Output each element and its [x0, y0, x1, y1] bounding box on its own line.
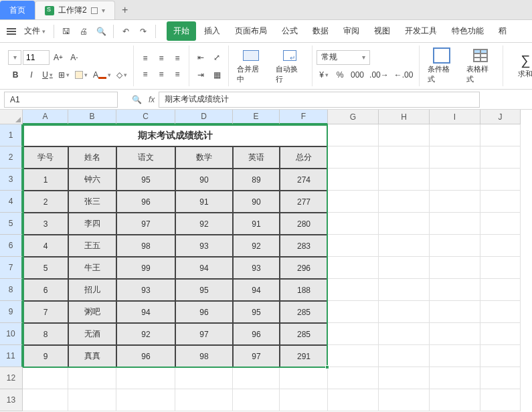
- decrease-indent-icon[interactable]: ⇤: [193, 50, 208, 65]
- add-tab-button[interactable]: +: [115, 1, 135, 19]
- cell[interactable]: [480, 279, 521, 301]
- data-cell[interactable]: 钟六: [68, 169, 116, 191]
- bold-button[interactable]: B: [8, 68, 23, 82]
- data-cell[interactable]: 招儿: [68, 279, 116, 301]
- cell[interactable]: [175, 367, 233, 389]
- border-button[interactable]: ⊞▾: [56, 68, 72, 82]
- data-cell[interactable]: 90: [175, 169, 233, 191]
- row-header[interactable]: 12: [0, 367, 23, 389]
- undo-icon[interactable]: ↶: [118, 23, 134, 39]
- row-header[interactable]: 8: [0, 279, 23, 301]
- column-header[interactable]: B: [68, 110, 116, 124]
- app-menu-icon[interactable]: [4, 25, 19, 37]
- cell[interactable]: [480, 169, 521, 191]
- increase-decimal-icon[interactable]: .00→: [367, 68, 391, 82]
- row-header[interactable]: 1: [0, 124, 23, 146]
- cell[interactable]: [328, 235, 379, 257]
- data-cell[interactable]: 3: [23, 213, 68, 235]
- data-cell[interactable]: 89: [233, 169, 280, 191]
- cell[interactable]: [480, 323, 521, 345]
- formula-input[interactable]: 期末考试成绩统计: [159, 92, 480, 108]
- tab-formula[interactable]: 公式: [275, 21, 304, 41]
- row-header[interactable]: 2: [0, 146, 23, 169]
- cell[interactable]: [116, 389, 175, 411]
- cell[interactable]: [379, 323, 430, 345]
- data-cell[interactable]: 95: [175, 279, 233, 301]
- cell[interactable]: [430, 279, 480, 301]
- cell[interactable]: [175, 389, 233, 411]
- cell[interactable]: [328, 367, 379, 389]
- cell[interactable]: [379, 169, 430, 191]
- clear-format-button[interactable]: ◇▾: [114, 68, 129, 82]
- data-cell[interactable]: 92: [175, 213, 233, 235]
- row-header[interactable]: 11: [0, 345, 23, 367]
- tab-start[interactable]: 开始: [167, 21, 196, 41]
- file-menu[interactable]: 文件 ▾: [20, 23, 50, 39]
- header-cell[interactable]: 英语: [233, 146, 280, 169]
- data-cell[interactable]: 92: [116, 323, 175, 345]
- tab-review[interactable]: 审阅: [337, 21, 366, 41]
- data-cell[interactable]: 283: [280, 235, 328, 257]
- tab-layout[interactable]: 页面布局: [228, 21, 274, 41]
- align-top-icon[interactable]: ≡: [138, 51, 153, 66]
- tab-menu-icon[interactable]: ▾: [102, 7, 105, 14]
- underline-button[interactable]: U▾: [40, 68, 55, 82]
- window-restore-icon[interactable]: [91, 7, 98, 14]
- data-cell[interactable]: 97: [175, 323, 233, 345]
- header-cell[interactable]: 语文: [116, 146, 175, 169]
- cell[interactable]: [328, 389, 379, 411]
- fx-icon[interactable]: fx: [149, 95, 155, 104]
- cell[interactable]: [430, 389, 480, 411]
- italic-button[interactable]: I: [24, 68, 39, 82]
- data-cell[interactable]: 5: [23, 257, 68, 279]
- font-family-dropdown[interactable]: [8, 50, 21, 65]
- data-cell[interactable]: 96: [116, 191, 175, 213]
- cell[interactable]: [480, 124, 521, 146]
- cell[interactable]: [328, 213, 379, 235]
- data-cell[interactable]: 93: [116, 279, 175, 301]
- column-header[interactable]: G: [328, 110, 379, 124]
- data-cell[interactable]: 94: [116, 301, 175, 323]
- name-box[interactable]: A1: [4, 92, 118, 108]
- currency-icon[interactable]: ¥▾: [317, 68, 331, 82]
- data-cell[interactable]: 93: [233, 257, 280, 279]
- column-header[interactable]: F: [280, 110, 328, 124]
- row-header[interactable]: 5: [0, 213, 23, 235]
- data-cell[interactable]: 6: [23, 279, 68, 301]
- data-cell[interactable]: 9: [23, 345, 68, 367]
- increase-indent-icon[interactable]: ⇥: [193, 68, 208, 82]
- cell[interactable]: [23, 367, 68, 389]
- cell[interactable]: [379, 279, 430, 301]
- cell[interactable]: [328, 191, 379, 213]
- tab-more[interactable]: 稻: [492, 21, 513, 41]
- row-header[interactable]: 6: [0, 235, 23, 257]
- column-header[interactable]: J: [480, 110, 521, 124]
- align-middle-icon[interactable]: ≡: [154, 51, 169, 66]
- data-cell[interactable]: 280: [280, 213, 328, 235]
- data-cell[interactable]: 96: [116, 345, 175, 367]
- select-all-corner[interactable]: [0, 110, 23, 124]
- cell[interactable]: [379, 146, 430, 169]
- column-header[interactable]: A: [23, 110, 68, 124]
- column-header[interactable]: E: [233, 110, 280, 124]
- cell[interactable]: [233, 389, 280, 411]
- column-header[interactable]: D: [175, 110, 233, 124]
- cell[interactable]: [430, 235, 480, 257]
- data-cell[interactable]: 274: [280, 169, 328, 191]
- data-cell[interactable]: 2: [23, 191, 68, 213]
- align-bottom-icon[interactable]: ≡: [170, 51, 185, 66]
- data-cell[interactable]: 96: [175, 301, 233, 323]
- table-style-button[interactable]: 表格样式: [462, 45, 499, 86]
- data-cell[interactable]: 张三: [68, 191, 116, 213]
- cell[interactable]: [68, 367, 116, 389]
- data-cell[interactable]: 7: [23, 301, 68, 323]
- cell[interactable]: [480, 191, 521, 213]
- preview-icon[interactable]: 🔍: [93, 23, 109, 39]
- merge-split-icon[interactable]: ▦: [209, 68, 224, 82]
- cell[interactable]: [480, 389, 521, 411]
- merge-center-button[interactable]: 合并居中: [233, 45, 269, 86]
- cell[interactable]: [233, 367, 280, 389]
- row-header[interactable]: 7: [0, 257, 23, 279]
- cell[interactable]: [430, 124, 480, 146]
- cell[interactable]: [379, 389, 430, 411]
